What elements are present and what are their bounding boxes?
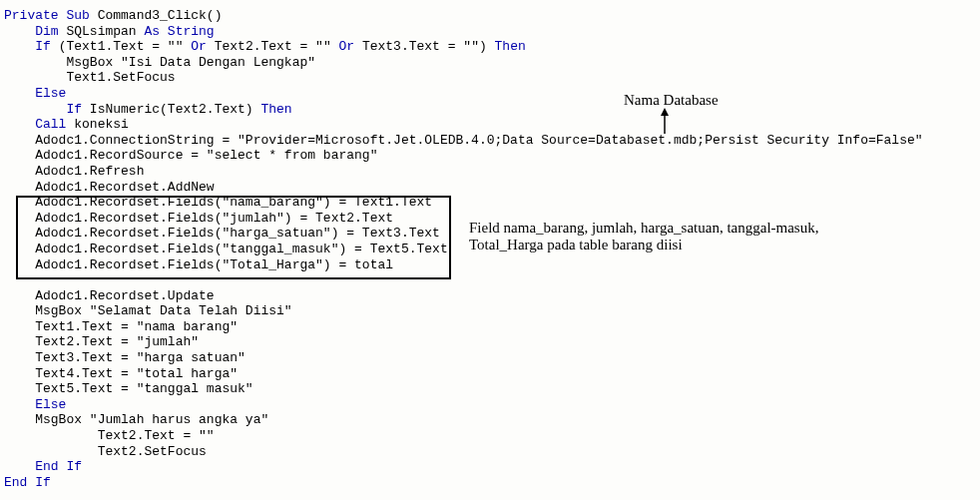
code-line: Else <box>4 397 980 413</box>
code-line: End If <box>4 459 980 475</box>
annotation-database-text: Nama Database <box>624 92 719 108</box>
code-line: Text4.Text = "total harga" <box>4 366 980 382</box>
code-line: MsgBox "Isi Data Dengan Lengkap" <box>4 55 980 71</box>
code-line: Dim SQLsimpan As String <box>4 24 980 40</box>
annotation-fields-text: Field nama_barang, jumlah, harga_satuan,… <box>469 220 818 252</box>
code-line: Text2.Text = "jumlah" <box>4 334 980 350</box>
code-line: Text2.Text = "" <box>4 428 980 444</box>
code-line: Call koneksi <box>4 117 980 133</box>
code-line: If IsNumeric(Text2.Text) Then <box>4 102 980 118</box>
annotation-database: Nama Database <box>624 92 719 109</box>
code-line: Adodc1.Recordset.Fields("nama_barang") =… <box>4 195 980 211</box>
code-line: Else <box>4 86 980 102</box>
annotation-fields: Field nama_barang, jumlah, harga_satuan,… <box>469 220 888 253</box>
code-line: MsgBox "Jumlah harus angka ya" <box>4 412 980 428</box>
code-line <box>4 272 980 288</box>
code-line: If (Text1.Text = "" Or Text2.Text = "" O… <box>4 39 980 55</box>
code-line: Private Sub Command3_Click() <box>4 8 980 24</box>
code-line: Adodc1.Recordset.Update <box>4 288 980 304</box>
code-line: Adodc1.Recordset.AddNew <box>4 180 980 196</box>
code-line: Text1.SetFocus <box>4 70 980 86</box>
code-line: Adodc1.ConnectionString = "Provider=Micr… <box>4 133 980 149</box>
code-line: Text2.SetFocus <box>4 444 980 460</box>
code-line: Text5.Text = "tanggal masuk" <box>4 381 980 397</box>
code-line: Adodc1.Refresh <box>4 164 980 180</box>
code-line: Text3.Text = "harga satuan" <box>4 350 980 366</box>
code-line: MsgBox "Selamat Data Telah Diisi" <box>4 303 980 319</box>
code-line: Adodc1.Recordset.Fields("Total_Harga") =… <box>4 257 980 273</box>
code-line: End If <box>4 475 980 491</box>
code-line: Text1.Text = "nama barang" <box>4 319 980 335</box>
code-line: Adodc1.RecordSource = "select * from bar… <box>4 148 980 164</box>
